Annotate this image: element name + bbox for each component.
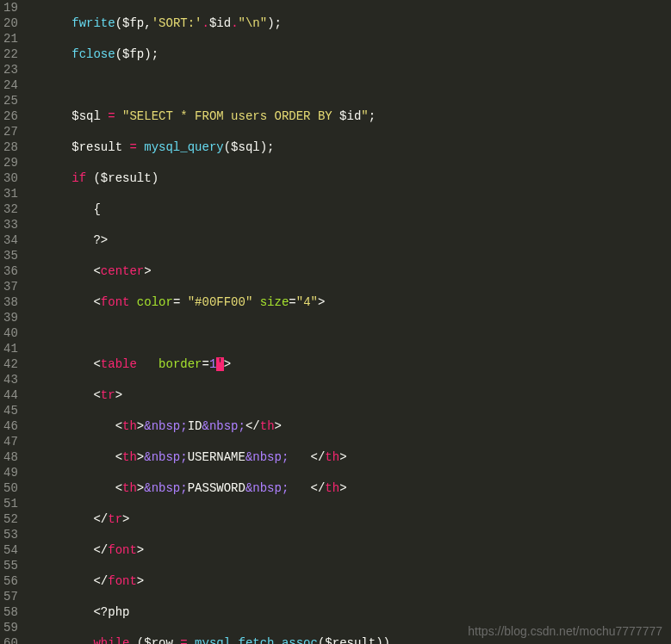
code-line: <table border=1'> bbox=[28, 356, 671, 372]
code-line bbox=[28, 325, 671, 341]
line-number: 21 bbox=[3, 31, 18, 46]
code-line: fclose($fp); bbox=[28, 46, 671, 62]
code-line: <?php bbox=[28, 604, 671, 620]
line-number: 54 bbox=[3, 542, 18, 558]
line-number: 47 bbox=[3, 434, 18, 449]
line-number: 27 bbox=[3, 124, 18, 139]
line-number: 38 bbox=[3, 294, 18, 310]
line-number: 60 bbox=[3, 635, 18, 644]
code-line: <font color= "#00FF00" size="4"> bbox=[28, 294, 671, 310]
line-number: 33 bbox=[3, 217, 18, 232]
line-number: 32 bbox=[3, 201, 18, 217]
line-number: 53 bbox=[3, 527, 18, 542]
line-number: 45 bbox=[3, 403, 18, 418]
line-number: 31 bbox=[3, 186, 18, 201]
line-number: 40 bbox=[3, 325, 18, 341]
line-number: 44 bbox=[3, 387, 18, 403]
code-line: $sql = "SELECT * FROM users ORDER BY $id… bbox=[28, 108, 671, 124]
code-line: fwrite($fp,'SORT:'.$id."\n"); bbox=[28, 15, 671, 31]
line-number: 41 bbox=[3, 341, 18, 356]
line-number: 19 bbox=[3, 0, 18, 15]
line-number: 48 bbox=[3, 449, 18, 465]
line-number: 24 bbox=[3, 77, 18, 93]
line-number: 50 bbox=[3, 480, 18, 496]
line-number: 29 bbox=[3, 155, 18, 170]
watermark-text: https://blog.csdn.net/mochu7777777 bbox=[468, 623, 662, 639]
code-line: <tr> bbox=[28, 387, 671, 403]
line-number: 52 bbox=[3, 511, 18, 527]
line-number: 55 bbox=[3, 558, 18, 573]
line-number: 57 bbox=[3, 589, 18, 604]
line-number: 25 bbox=[3, 93, 18, 108]
line-number: 26 bbox=[3, 108, 18, 124]
line-number: 56 bbox=[3, 573, 18, 589]
code-line: <th>&nbsp;ID&nbsp;</th> bbox=[28, 418, 671, 434]
code-line: <th>&nbsp;USERNAME&nbsp; </th> bbox=[28, 449, 671, 465]
line-number: 46 bbox=[3, 418, 18, 434]
code-line bbox=[28, 77, 671, 93]
line-number: 51 bbox=[3, 496, 18, 511]
line-number: 22 bbox=[3, 46, 18, 62]
line-number: 36 bbox=[3, 263, 18, 279]
code-line: if ($result) bbox=[28, 170, 671, 186]
line-number: 30 bbox=[3, 170, 18, 186]
code-editor[interactable]: 1920212223242526272829303132333435363738… bbox=[0, 0, 671, 644]
line-number: 59 bbox=[3, 620, 18, 635]
line-number: 39 bbox=[3, 310, 18, 325]
code-line: </font> bbox=[28, 573, 671, 589]
line-number-gutter: 1920212223242526272829303132333435363738… bbox=[0, 0, 25, 644]
line-number: 20 bbox=[3, 15, 18, 31]
line-number: 35 bbox=[3, 248, 18, 263]
line-number: 42 bbox=[3, 356, 18, 372]
line-number: 43 bbox=[3, 372, 18, 387]
code-line: { bbox=[28, 201, 671, 217]
code-line: <th>&nbsp;PASSWORD&nbsp; </th> bbox=[28, 480, 671, 496]
code-area[interactable]: fwrite($fp,'SORT:'.$id."\n"); fclose($fp… bbox=[25, 0, 671, 644]
code-line: $result = mysql_query($sql); bbox=[28, 139, 671, 155]
code-line: </tr> bbox=[28, 511, 671, 527]
line-number: 58 bbox=[3, 604, 18, 620]
code-line: <center> bbox=[28, 263, 671, 279]
code-line: </font> bbox=[28, 542, 671, 558]
line-number: 23 bbox=[3, 62, 18, 77]
line-number: 34 bbox=[3, 232, 18, 248]
code-line: ?> bbox=[28, 232, 671, 248]
line-number: 49 bbox=[3, 465, 18, 480]
cursor: ' bbox=[216, 357, 223, 371]
line-number: 28 bbox=[3, 139, 18, 155]
line-number: 37 bbox=[3, 279, 18, 294]
